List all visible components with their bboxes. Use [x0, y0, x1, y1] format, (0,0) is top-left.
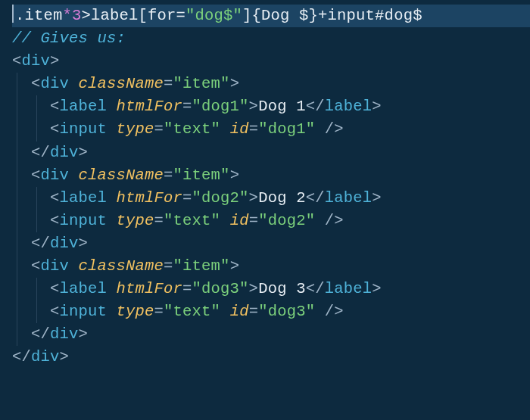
punct: > [50, 52, 60, 70]
code-line[interactable]: </div> [12, 323, 530, 346]
tag: div [50, 325, 79, 343]
punct: < [31, 75, 41, 92]
indent-guide [17, 255, 17, 278]
indent-guide [17, 323, 17, 346]
text: Dog 1 [258, 98, 306, 115]
code-line[interactable]: <label htmlFor="dog2">Dog 2</label> [12, 187, 530, 210]
string: "dog2" [192, 189, 249, 207]
string: "text" [164, 120, 220, 138]
punct: > [372, 189, 382, 207]
indent-guide [36, 118, 37, 141]
emmet-count: 3 [72, 7, 82, 24]
punct: /> [315, 120, 344, 138]
punct: < [31, 257, 41, 275]
punct: </ [306, 189, 325, 207]
punct: < [31, 166, 41, 184]
punct: = [164, 257, 173, 275]
punct: > [79, 144, 89, 161]
tag: input [60, 303, 108, 320]
punct: > [249, 98, 259, 115]
punct: = [154, 120, 164, 138]
indent-guide [17, 278, 17, 300]
indent-guide [17, 164, 17, 187]
punct: > [372, 280, 382, 297]
string: "item" [173, 75, 230, 92]
indent-guide [17, 95, 17, 118]
string: "dog3" [258, 303, 315, 320]
punct: < [50, 189, 60, 207]
punct: > [230, 257, 240, 275]
punct: < [50, 98, 60, 115]
code-line[interactable]: <div className="item"> [12, 73, 530, 95]
punct: = [182, 280, 192, 297]
tag: div [41, 257, 70, 275]
string: "dog1" [192, 98, 249, 115]
attr: className [79, 75, 164, 92]
punct: = [249, 303, 259, 320]
tag: input [60, 120, 108, 138]
punct: < [50, 120, 60, 138]
tag: input [60, 212, 108, 229]
text: Dog 2 [258, 189, 306, 207]
text: Dog 3 [258, 280, 306, 297]
tag: div [22, 52, 51, 70]
punct: </ [31, 144, 50, 161]
punct: < [50, 303, 60, 320]
string: "item" [173, 257, 230, 275]
punct: = [154, 303, 164, 320]
text-cursor [12, 5, 14, 23]
string: "dog$" [186, 7, 242, 24]
punct: </ [31, 325, 50, 343]
emmet-text: >label[for= [82, 7, 186, 24]
attr: htmlFor [117, 280, 183, 297]
emmet-text: .item [15, 7, 63, 24]
attr: type [117, 212, 154, 229]
code-line[interactable]: // Gives us: [12, 27, 530, 50]
indent-guide [17, 73, 17, 95]
punct: = [249, 212, 259, 229]
code-editor[interactable]: .item*3>label[for="dog$"]{Dog $}+input#d… [0, 0, 530, 374]
punct: = [182, 98, 192, 115]
code-line[interactable]: <div> [12, 50, 530, 73]
punct: = [164, 75, 173, 92]
tag: div [50, 235, 79, 252]
emmet-op: * [63, 7, 73, 24]
code-line[interactable]: <input type="text" id="dog2" /> [12, 210, 530, 232]
punct: > [60, 348, 70, 366]
tag: label [60, 280, 108, 297]
string: "dog2" [258, 212, 315, 229]
code-line[interactable]: </div> [12, 142, 530, 164]
code-line[interactable]: <input type="text" id="dog3" /> [12, 300, 530, 323]
indent-guide [36, 95, 37, 118]
punct: </ [306, 280, 325, 297]
code-line[interactable]: <label htmlFor="dog3">Dog 3</label> [12, 278, 530, 300]
code-line[interactable]: <div className="item"> [12, 164, 530, 187]
punct: </ [306, 98, 325, 115]
tag: label [325, 280, 373, 297]
punct: /> [315, 212, 344, 229]
punct: < [12, 52, 22, 70]
punct: > [249, 280, 259, 297]
punct: > [230, 75, 240, 92]
attr: id [230, 120, 249, 138]
code-line[interactable]: </div> [12, 346, 530, 369]
tag: label [60, 189, 108, 207]
code-line[interactable]: <label htmlFor="dog1">Dog 1</label> [12, 95, 530, 118]
code-line[interactable]: .item*3>label[for="dog$"]{Dog $}+input#d… [12, 5, 530, 27]
punct: = [182, 189, 192, 207]
code-line[interactable]: <input type="text" id="dog1" /> [12, 118, 530, 141]
indent-guide [17, 210, 17, 232]
punct: > [79, 235, 89, 252]
string: "text" [164, 303, 220, 320]
string: "item" [173, 166, 230, 184]
punct: = [249, 120, 259, 138]
punct: < [50, 212, 60, 229]
attr: htmlFor [117, 189, 183, 207]
punct: </ [31, 235, 50, 252]
code-line[interactable]: <div className="item"> [12, 255, 530, 278]
attr: htmlFor [117, 98, 183, 115]
string: "dog1" [258, 120, 315, 138]
code-line[interactable]: </div> [12, 232, 530, 255]
attr: type [117, 120, 154, 138]
attr: id [230, 212, 249, 229]
